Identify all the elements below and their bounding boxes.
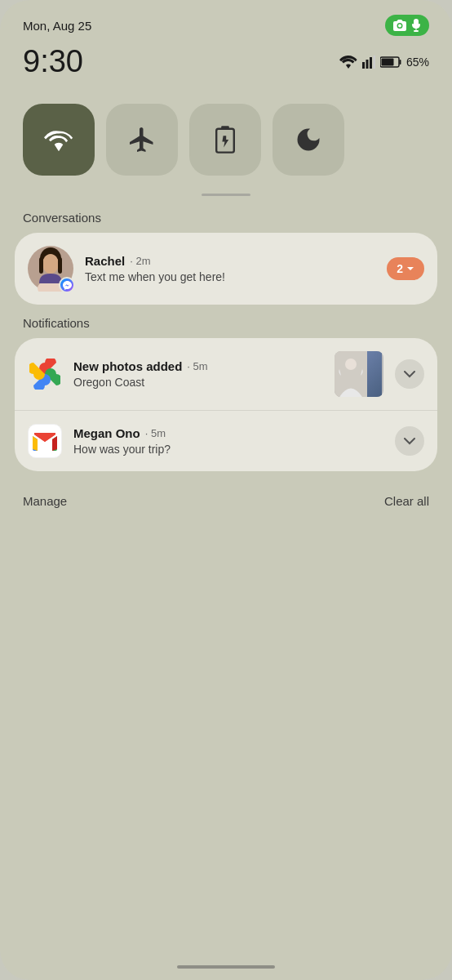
manage-button[interactable]: Manage [23, 489, 67, 513]
chevron-down-icon-gmail [404, 438, 415, 445]
gmail-sender-row: Megan Ono · 5m [73, 426, 383, 440]
svg-rect-1 [366, 60, 368, 69]
mic-icon [411, 19, 421, 32]
svg-rect-8 [221, 126, 229, 130]
gmail-time: · 5m [145, 427, 166, 439]
svg-rect-6 [381, 58, 393, 65]
photo-thumb-main [335, 351, 367, 397]
google-photos-icon-container [28, 357, 62, 391]
battery-percent: 65% [406, 56, 429, 69]
status-bar: Mon, Aug 25 [0, 0, 452, 41]
time-signal-row: 9:30 65% [0, 41, 452, 92]
gmail-sender: Megan Ono [73, 426, 140, 440]
thumbnail-person [335, 351, 367, 397]
airplane-icon [127, 125, 157, 154]
gmail-message: How was your trip? [73, 443, 383, 456]
google-photos-icon [29, 359, 60, 390]
status-right-icons [385, 15, 429, 36]
svg-rect-0 [362, 62, 365, 69]
battery-saver-icon [210, 125, 240, 154]
google-photos-notification[interactable]: New photos added · 5m Oregon Coast [15, 338, 437, 410]
gmail-icon-container [28, 424, 62, 458]
photos-title-row: New photos added · 5m [73, 359, 323, 373]
rachel-name: Rachel [85, 254, 125, 268]
airplane-toggle[interactable] [106, 104, 178, 176]
badge-chevron-icon [406, 266, 414, 272]
messenger-icon [63, 281, 72, 290]
badge-number: 2 [397, 262, 403, 275]
status-indicators: 65% [339, 56, 429, 69]
rachel-message: Text me when you get here! [85, 270, 375, 283]
notifications-group: New photos added · 5m Oregon Coast [15, 338, 437, 471]
wifi-toggle[interactable] [23, 104, 95, 176]
home-indicator [177, 965, 275, 969]
photo-thumb-secondary [367, 351, 382, 397]
conversations-label: Conversations [0, 211, 452, 233]
status-time: 9:30 [23, 44, 83, 79]
conversation-card-rachel[interactable]: Rachel · 2m Text me when you get here! 2 [15, 233, 437, 305]
photos-expand-button[interactable] [395, 359, 424, 389]
do-not-disturb-toggle[interactable] [273, 104, 344, 176]
notification-shade: Mon, Aug 25 9:30 [0, 0, 452, 980]
bottom-actions: Manage Clear all [0, 481, 452, 521]
clear-all-button[interactable]: Clear all [384, 489, 429, 513]
notifications-label: Notifications [0, 316, 452, 338]
gmail-icon [33, 431, 57, 451]
moon-icon [294, 125, 323, 154]
svg-rect-5 [399, 60, 401, 65]
wifi-signal-icon [339, 56, 357, 69]
svg-rect-13 [58, 257, 62, 274]
photos-message: Oregon Coast [73, 376, 323, 389]
svg-point-16 [345, 359, 357, 370]
rachel-badge[interactable]: 2 [387, 257, 424, 280]
svg-point-11 [42, 254, 59, 274]
gmail-notification-content: Megan Ono · 5m How was your trip? [73, 426, 383, 456]
svg-rect-3 [373, 56, 375, 69]
wifi-icon [44, 125, 73, 154]
rachel-avatar-container [28, 246, 73, 292]
signal-bars-icon [362, 56, 375, 69]
photos-notification-content: New photos added · 5m Oregon Coast [73, 359, 323, 389]
section-divider [202, 194, 250, 196]
svg-rect-2 [370, 57, 372, 69]
photos-time: · 5m [187, 360, 207, 372]
photos-title: New photos added [73, 359, 182, 373]
rachel-notification-content: Rachel · 2m Text me when you get here! [85, 254, 375, 283]
rachel-name-row: Rachel · 2m [85, 254, 375, 268]
status-date: Mon, Aug 25 [23, 19, 91, 33]
gmail-notification[interactable]: Megan Ono · 5m How was your trip? [15, 410, 437, 471]
battery-icon [380, 56, 401, 68]
chevron-down-icon [404, 371, 415, 378]
messenger-badge [59, 277, 75, 293]
svg-rect-12 [39, 257, 43, 274]
camera-icon [393, 20, 406, 31]
gmail-expand-button[interactable] [395, 426, 424, 456]
quick-toggles [0, 92, 452, 187]
battery-saver-toggle[interactable] [189, 104, 261, 176]
camera-mic-badge [385, 15, 429, 36]
rachel-time: · 2m [130, 255, 150, 267]
photo-thumbnail [335, 351, 383, 397]
